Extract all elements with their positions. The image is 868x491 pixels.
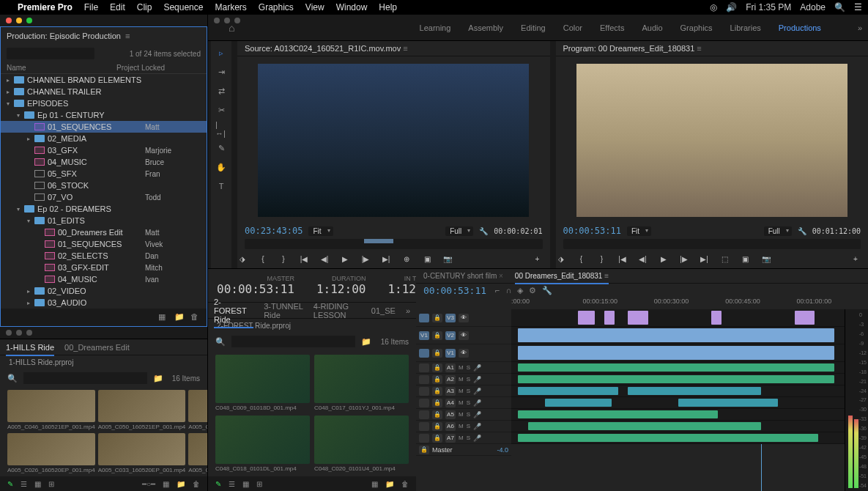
marker-icon[interactable]: ◈ <box>517 286 523 295</box>
tree-item[interactable]: ▾Ep 01 - CENTURY <box>1 109 207 121</box>
list-view-icon[interactable]: ☰ <box>229 480 235 488</box>
workspace-productions[interactable]: Productions <box>779 23 821 32</box>
wrench-icon[interactable]: 🔧 <box>798 227 806 235</box>
tree-item[interactable]: ▾Ep 02 - DREAMERS <box>1 203 207 215</box>
pen-icon[interactable]: ✎ <box>215 142 227 154</box>
close-icon[interactable] <box>6 330 12 336</box>
tab-dreamers-edit[interactable]: 00 Dreamers_Edit_180831 ≡ <box>515 272 609 280</box>
tree-item[interactable]: 01_SEQUENCESVivek <box>1 238 207 250</box>
lock-icon[interactable]: 🔒 <box>432 434 442 443</box>
tree-item[interactable]: 07_VOTodd <box>1 191 207 203</box>
step-fwd-icon[interactable]: |▶ <box>360 254 371 264</box>
close-icon[interactable] <box>6 18 12 23</box>
master-track-header[interactable]: 🔒Master-4.0 <box>416 444 511 456</box>
minimize-icon[interactable] <box>16 18 22 23</box>
export-frame-icon[interactable]: 📷 <box>761 254 771 264</box>
menu-markers[interactable]: Markers <box>215 2 246 12</box>
go-in-icon[interactable]: |◀ <box>299 254 309 264</box>
cc-icon[interactable]: ◎ <box>710 2 717 12</box>
workspace-learning[interactable]: Learning <box>420 23 451 32</box>
mark-in-icon[interactable]: ⬗ <box>237 254 248 264</box>
play-icon[interactable]: ▶ <box>659 254 669 264</box>
audio-lane[interactable] <box>511 362 845 374</box>
menu-clip[interactable]: Clip <box>137 2 152 12</box>
clip-thumbnail[interactable]: C048_C017_0101YJ_001.mp4 <box>314 355 409 411</box>
timeline-clip[interactable] <box>795 311 815 325</box>
track-target[interactable]: A7 <box>445 434 456 443</box>
workspace-libraries[interactable]: Libraries <box>730 23 761 32</box>
search-icon[interactable]: 🔍 <box>834 2 845 12</box>
timeline-clip[interactable] <box>678 399 779 407</box>
panel-menu-icon[interactable]: ≡ <box>125 32 130 40</box>
video-lane[interactable] <box>511 309 845 327</box>
source-patch[interactable] <box>419 375 429 384</box>
selection-tool-icon[interactable]: ▹ <box>215 47 227 59</box>
source-patch[interactable] <box>419 363 429 372</box>
overwrite-icon[interactable]: ▣ <box>422 254 432 264</box>
ripple-edit-icon[interactable]: ⇄ <box>215 85 227 97</box>
step-back-icon[interactable]: ◀| <box>319 254 330 264</box>
menu-view[interactable]: View <box>305 2 324 12</box>
timeline-clip[interactable] <box>518 346 834 360</box>
timeline-clip[interactable] <box>545 399 612 407</box>
timeline-clip[interactable] <box>578 311 595 325</box>
source-patch[interactable] <box>419 387 429 396</box>
clip-thumbnail[interactable]: A005_C057_160521EP_001.mp4 <box>188 390 207 430</box>
search-icon[interactable]: 🔍 <box>7 374 18 383</box>
extract-icon[interactable]: ▣ <box>741 254 751 264</box>
timeline-clip[interactable] <box>628 311 648 325</box>
type-icon[interactable]: T <box>215 180 227 192</box>
insert-icon[interactable]: ⊕ <box>401 254 412 264</box>
menu-edit[interactable]: Edit <box>110 2 125 12</box>
maximize-icon[interactable] <box>26 18 32 23</box>
bin-icon[interactable]: 📁 <box>361 337 371 347</box>
step-fwd-icon[interactable]: |▶ <box>679 254 689 264</box>
freeform-icon[interactable]: ⊞ <box>48 480 54 488</box>
overflow-icon[interactable]: » <box>858 23 862 32</box>
clip-thumbnail[interactable]: A005_C026_160520EP_001.mp4 <box>7 433 95 473</box>
go-out-icon[interactable]: ▶| <box>381 254 391 264</box>
menu-icon[interactable]: ☰ <box>854 2 862 12</box>
track-target[interactable]: A2 <box>445 375 456 384</box>
project-tree[interactable]: ▸CHANNEL BRAND ELEMENTS▸CHANNEL TRAILER▾… <box>1 74 207 309</box>
workspace-color[interactable]: Color <box>563 23 582 32</box>
expand-icon[interactable]: ▸ <box>7 89 14 95</box>
tree-item[interactable]: 00_Dreamers EditMatt <box>1 226 207 238</box>
trash-icon[interactable]: 🗑 <box>193 480 200 488</box>
settings-icon[interactable]: ⚙ <box>529 286 536 295</box>
audio-track-header[interactable]: 🔒A7M S 🎤 <box>416 432 511 444</box>
wrench-icon[interactable]: 🔧 <box>479 227 488 235</box>
mic-icon[interactable]: 🎤 <box>473 399 481 407</box>
close-icon[interactable] <box>214 18 220 23</box>
video-lane[interactable] <box>511 327 845 344</box>
filter-input[interactable] <box>231 336 355 347</box>
tree-item[interactable]: 03_GFX-EDITMitch <box>1 262 207 273</box>
workspace-assembly[interactable]: Assembly <box>468 23 503 32</box>
audio-track-header[interactable]: 🔒A3M S 🎤 <box>416 385 511 397</box>
track-target[interactable]: A4 <box>445 399 456 407</box>
volume-icon[interactable]: 🔊 <box>726 2 737 12</box>
clip-thumbnail[interactable]: A005_C046_160521EP_001.mp4 <box>7 390 95 430</box>
list-view-icon[interactable]: ☰ <box>21 480 27 488</box>
mic-icon[interactable]: 🎤 <box>473 423 481 430</box>
timeline-clip[interactable] <box>711 311 722 325</box>
mark-out-icon[interactable]: } <box>597 254 607 264</box>
lock-icon[interactable]: 🔒 <box>432 399 442 407</box>
expand-icon[interactable]: ▾ <box>17 112 24 119</box>
button-editor-icon[interactable]: + <box>533 254 543 264</box>
lock-icon[interactable]: 🔒 <box>432 363 442 372</box>
timeline-clip[interactable] <box>518 375 834 383</box>
pen-icon[interactable]: ✎ <box>215 480 221 488</box>
minimize-icon[interactable] <box>224 18 230 23</box>
mark-in-icon[interactable]: ⬗ <box>556 254 566 264</box>
timeline-clip[interactable] <box>528 422 762 430</box>
snap-icon[interactable]: ⌐ <box>495 286 500 295</box>
tree-item[interactable]: 04_MUSICIvan <box>1 273 207 285</box>
go-in-icon[interactable]: |◀ <box>617 254 628 264</box>
source-scrubber[interactable] <box>245 239 543 249</box>
trash-icon[interactable]: 🗑 <box>190 312 201 322</box>
expand-icon[interactable]: ▸ <box>27 136 34 142</box>
new-folder-icon[interactable]: 📁 <box>174 312 185 322</box>
audio-track-header[interactable]: 🔒A6M S 🎤 <box>416 421 511 432</box>
tree-item[interactable]: ▸CHANNEL TRAILER <box>1 86 207 97</box>
